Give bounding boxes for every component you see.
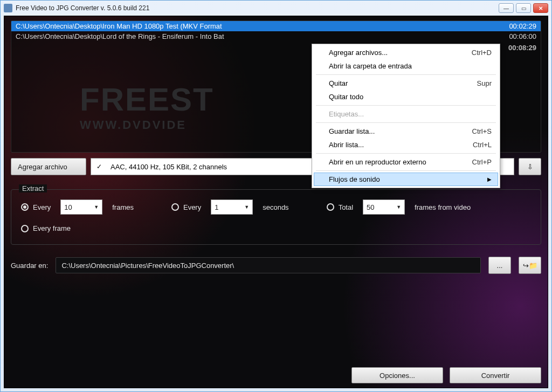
option-every-n-seconds[interactable]: Every <box>171 203 201 211</box>
browse-button[interactable]: ... <box>488 257 511 274</box>
menu-add-files[interactable]: Agregar archivos... Ctrl+D <box>314 46 498 59</box>
file-path: C:\Users\Ontecnia\Desktop\Iron Man HD 10… <box>16 22 505 30</box>
total-suffix: frames from video <box>415 203 471 211</box>
menu-tags: Etiquetas... <box>314 107 498 121</box>
context-menu: Agregar archivos... Ctrl+D Abrir la carp… <box>312 44 500 188</box>
save-path-input[interactable]: C:\Users\Ontecnia\Pictures\FreeVideoToJP… <box>56 257 481 273</box>
menu-open-list[interactable]: Abrir lista... Ctrl+L <box>314 138 498 152</box>
check-icon: ✓ <box>95 163 103 170</box>
list-item[interactable]: C:\Users\Ontecnia\Desktop\Iron Man HD 10… <box>11 21 541 31</box>
menu-separator <box>316 74 496 75</box>
add-files-button[interactable]: Agregar archivo <box>11 158 86 175</box>
radio-icon <box>21 225 29 232</box>
menu-remove[interactable]: Quitar Supr <box>314 77 498 90</box>
window-title: Free Video to JPG Converter v. 5.0.6 bui… <box>16 4 499 12</box>
menu-audio-streams[interactable]: Flujos de sonido ▶ <box>314 173 498 186</box>
options-button[interactable]: Opciones... <box>351 367 443 383</box>
app-icon <box>4 4 12 12</box>
move-down-button[interactable]: ⇩ <box>519 158 541 175</box>
seconds-suffix: seconds <box>263 203 288 211</box>
option-total-frames[interactable]: Total <box>327 203 353 211</box>
chevron-down-icon: ▼ <box>396 204 401 210</box>
file-duration: 00:06:00 <box>505 32 536 40</box>
close-button[interactable]: ✕ <box>533 3 548 13</box>
chevron-right-icon: ▶ <box>487 176 492 182</box>
extract-legend: Extract <box>19 184 47 192</box>
down-arrow-icon: ⇩ <box>527 163 533 171</box>
total-frames-select[interactable]: 50 ▼ <box>363 200 405 215</box>
convert-button[interactable]: Convertir <box>450 367 541 383</box>
save-to-label: Guardar en: <box>11 262 48 270</box>
frames-suffix: frames <box>112 203 134 211</box>
list-item[interactable]: C:\Users\Ontecnia\Desktop\Lord of the Ri… <box>11 31 541 42</box>
extract-group: Extract Every 10 ▼ frames Every 1 <box>11 189 541 245</box>
titlebar: Free Video to JPG Converter v. 5.0.6 bui… <box>1 1 551 16</box>
file-path: C:\Users\Ontecnia\Desktop\Lord of the Ri… <box>16 32 505 40</box>
audio-stream-label: AAC, 44100 Hz, 105 KBit, 2 channels <box>111 163 227 171</box>
option-every-frame[interactable]: Every frame <box>21 224 71 232</box>
frames-count-select[interactable]: 10 ▼ <box>60 200 102 215</box>
menu-separator <box>316 122 496 123</box>
folder-open-icon: ↪📁 <box>523 262 537 270</box>
radio-icon <box>171 203 179 211</box>
menu-separator <box>316 105 496 106</box>
open-folder-button[interactable]: ↪📁 <box>519 257 541 274</box>
menu-separator <box>316 170 496 171</box>
option-every-n-frames[interactable]: Every <box>21 203 51 211</box>
radio-icon <box>327 203 334 211</box>
minimize-button[interactable]: — <box>499 3 514 13</box>
file-duration: 00:02:29 <box>505 22 536 30</box>
menu-open-external-player[interactable]: Abrir en un reproductor externo Ctrl+P <box>314 155 498 169</box>
menu-remove-all[interactable]: Quitar todo <box>314 90 498 104</box>
client-area: FREEST WWW.DVDVIDE C:\Users\Ontecnia\Des… <box>4 16 548 388</box>
chevron-down-icon: ▼ <box>94 204 99 210</box>
menu-save-list[interactable]: Guardar lista... Ctrl+S <box>314 125 498 138</box>
menu-separator <box>316 153 496 154</box>
maximize-button[interactable]: ▭ <box>516 3 531 13</box>
seconds-count-select[interactable]: 1 ▼ <box>211 200 253 215</box>
radio-icon <box>21 203 29 211</box>
menu-open-input-folder[interactable]: Abrir la carpeta de entrada <box>314 59 498 73</box>
app-window: Free Video to JPG Converter v. 5.0.6 bui… <box>0 0 552 392</box>
chevron-down-icon: ▼ <box>244 204 249 210</box>
